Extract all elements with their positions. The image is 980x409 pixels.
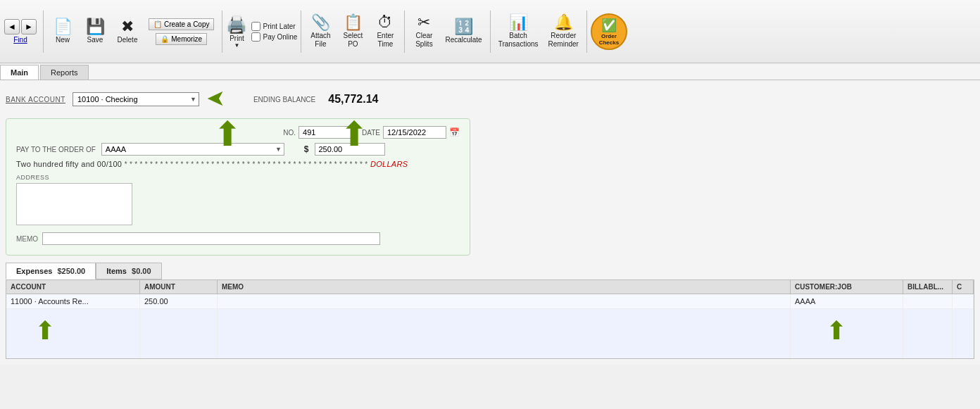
empty-c-cell[interactable] — [953, 309, 974, 358]
memorize-label: Memorize — [171, 35, 202, 43]
cell-amount-0[interactable]: 250.00 — [140, 294, 218, 308]
create-copy-button[interactable]: 📋 Create a Copy — [149, 18, 214, 30]
address-label: ADDRESS — [16, 174, 460, 181]
empty-billable-cell[interactable] — [903, 309, 953, 358]
save-button[interactable]: 💾 Save — [80, 5, 111, 58]
sep1 — [43, 11, 44, 53]
col-account-header: ACCOUNT — [6, 280, 140, 294]
bank-account-row: BANK ACCOUNT 10100 · Checking ➤ ENDING B… — [6, 86, 974, 113]
address-box[interactable] — [16, 183, 132, 225]
customer-arrow: ⬆ — [826, 316, 847, 346]
delete-button[interactable]: ✖ Delete — [112, 5, 143, 58]
find-group: ◄ ► Find — [4, 19, 37, 44]
batch-transactions-icon: 📊 — [509, 15, 528, 30]
table-empty-row[interactable]: ⬆ ⬆ — [6, 309, 974, 358]
toolbar: ◄ ► Find 📄 New 💾 Save ✖ Delete 📋 Create … — [0, 0, 980, 63]
save-icon: 💾 — [86, 19, 105, 34]
cell-account-0[interactable]: 11000 · Accounts Re... — [6, 294, 140, 308]
payto-label: PAY TO THE ORDER OF — [16, 146, 96, 153]
memo-row: MEMO — [16, 232, 460, 245]
memorize-button[interactable]: 🔒 Memorize — [156, 33, 207, 45]
attach-file-button[interactable]: 📎 AttachFile — [305, 5, 336, 58]
memorize-icon: 🔒 — [161, 35, 169, 43]
tab-main[interactable]: Main — [0, 65, 39, 80]
create-copy-label: Create a Copy — [164, 20, 209, 28]
check-date-input[interactable] — [383, 126, 446, 139]
cell-memo-0[interactable] — [218, 294, 791, 308]
pay-online-checkbox[interactable] — [251, 32, 260, 42]
print-dropdown[interactable]: ▼ — [234, 42, 240, 49]
tab-expenses[interactable]: Expenses $250.00 — [6, 263, 96, 279]
batch-transactions-button[interactable]: 📊 BatchTransactions — [494, 5, 543, 58]
written-amount: Two hundred fifty and 00/100 * * * * * *… — [16, 160, 460, 168]
empty-customer-cell[interactable]: ⬆ — [791, 309, 903, 358]
check-date-group: DATE 📅 — [362, 126, 460, 139]
empty-amount-cell[interactable] — [140, 309, 218, 358]
order-checks-button[interactable]: ✅ Order Checks — [591, 13, 627, 50]
find-label[interactable]: Find — [13, 36, 27, 44]
written-amount-text: Two hundred fifty and 00/100 — [16, 160, 122, 168]
delete-icon: ✖ — [121, 19, 134, 34]
reorder-reminder-button[interactable]: 🔔 ReorderReminder — [544, 5, 583, 58]
ending-balance-value: 45,772.14 — [328, 93, 378, 106]
bank-arrow-indicator: ➤ — [206, 86, 225, 113]
content-area: BANK ACCOUNT 10100 · Checking ➤ ENDING B… — [0, 80, 980, 365]
copy-icon: 📋 — [153, 20, 162, 28]
enter-time-button[interactable]: ⏱ EnterTime — [370, 5, 401, 58]
new-icon: 📄 — [54, 19, 73, 34]
empty-memo-cell[interactable] — [218, 309, 791, 358]
cell-billable-0[interactable] — [903, 294, 953, 308]
dollar-sign: $ — [304, 144, 309, 154]
bank-select-wrapper: 10100 · Checking — [73, 92, 199, 106]
order-checks-label: Order Checks — [592, 33, 626, 46]
clear-splits-button[interactable]: ✂ ClearSplits — [408, 5, 439, 58]
cell-c-0[interactable] — [953, 294, 974, 308]
print-later-checkbox[interactable] — [251, 22, 260, 31]
bank-account-label: BANK ACCOUNT — [6, 96, 65, 103]
col-memo-header: MEMO — [218, 280, 791, 294]
nav-prev-button[interactable]: ◄ — [4, 19, 20, 34]
written-amount-section: Two hundred fifty and 00/100 * * * * * *… — [16, 160, 460, 168]
expense-items-tabs: Expenses $250.00 Items $0.00 — [6, 263, 974, 279]
empty-account-cell[interactable]: ⬆ — [6, 309, 140, 358]
print-checkboxes: Print Later Pay Online — [251, 22, 297, 42]
print-icon: 🖨️ — [226, 15, 247, 34]
col-customer-header: CUSTOMER:JOB — [791, 280, 903, 294]
select-po-button[interactable]: 📋 SelectPO — [337, 5, 368, 58]
print-main: 🖨️ Print ▼ — [226, 15, 247, 49]
new-button[interactable]: 📄 New — [47, 5, 78, 58]
reorder-reminder-icon: 🔔 — [554, 15, 573, 30]
main-tabs: Main Reports — [0, 63, 980, 80]
check-no-input[interactable] — [299, 126, 355, 139]
select-po-icon: 📋 — [344, 15, 363, 30]
expense-table: ACCOUNT AMOUNT MEMO CUSTOMER:JOB BILLABL… — [6, 279, 974, 359]
nav-find-group: ◄ ► Find — [4, 19, 37, 44]
address-section: ADDRESS — [16, 174, 460, 225]
items-label: Items — [106, 267, 127, 275]
date-label: DATE — [362, 129, 380, 137]
nav-next-button[interactable]: ► — [21, 19, 37, 34]
print-later-label[interactable]: Print Later — [251, 22, 297, 31]
bank-account-select[interactable]: 10100 · Checking — [73, 92, 199, 106]
sep6 — [586, 11, 587, 53]
check-area: NO. DATE 📅 PAY TO THE ORDER OF AAAA $ — [6, 118, 470, 256]
account-arrow: ⬆ — [34, 316, 56, 346]
print-group: 🖨️ Print ▼ Print Later Pay Online — [226, 15, 297, 49]
amount-input[interactable] — [315, 143, 385, 156]
tab-reports[interactable]: Reports — [40, 65, 89, 80]
col-amount-header: AMOUNT — [140, 280, 218, 294]
memo-label: MEMO — [16, 235, 38, 243]
cell-customer-0[interactable]: AAAA — [791, 294, 903, 308]
order-checks-icon: ✅ — [601, 18, 617, 33]
tab-items[interactable]: Items $0.00 — [96, 263, 161, 279]
table-row[interactable]: 11000 · Accounts Re... 250.00 AAAA — [6, 294, 974, 309]
calendar-icon[interactable]: 📅 — [449, 127, 460, 137]
payto-select-wrapper: AAAA — [101, 143, 284, 156]
delete-label: Delete — [118, 36, 138, 44]
payto-select[interactable]: AAAA — [101, 143, 284, 156]
recalculate-button[interactable]: 🔢 Recalculate — [441, 5, 486, 58]
pay-online-label[interactable]: Pay Online — [251, 32, 297, 42]
ending-balance-label: ENDING BALANCE — [253, 96, 315, 103]
col-c-header: C — [953, 280, 974, 294]
memo-input[interactable] — [42, 232, 380, 245]
